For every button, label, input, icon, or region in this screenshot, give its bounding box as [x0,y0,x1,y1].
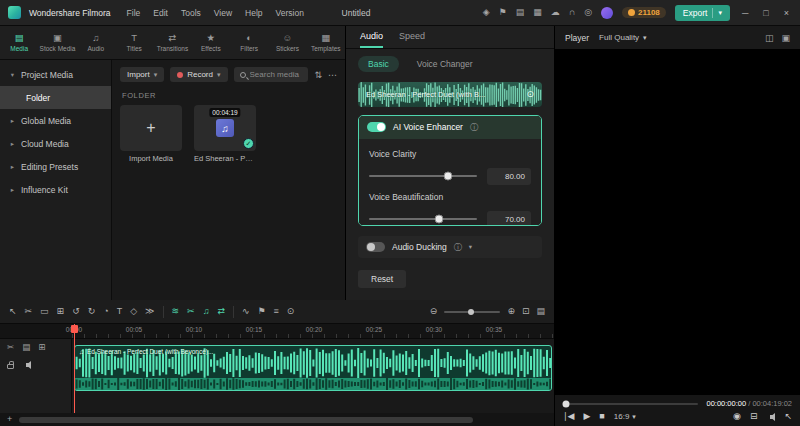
tab-filters[interactable]: ◐ Filters [230,26,268,59]
expand-caret-icon[interactable]: ▸ [9,186,16,194]
voice-clarity-value[interactable]: 80.00 [487,168,531,185]
keyframe-icon[interactable]: ◇ [130,307,137,316]
volume-icon[interactable] [766,413,775,421]
audio-ducking-toggle[interactable] [366,242,385,252]
add-track-icon[interactable]: ⊞ [38,343,45,352]
voice-beautification-value[interactable]: 70.00 [487,211,531,226]
audio-track-lane[interactable]: ♫ Ed Sheeran - Perfect Duet (with Beyonc… [72,339,554,413]
scrollbar-thumb[interactable] [19,417,473,423]
tab-speed-settings[interactable]: Speed [399,26,425,48]
voice-beautification-slider[interactable] [369,218,477,220]
lock-track-icon[interactable] [7,364,14,369]
search-box[interactable] [234,67,309,82]
redo-icon[interactable]: ↻ [88,307,96,316]
info-icon[interactable]: ⓘ [454,242,462,253]
tab-titles[interactable]: T Titles [115,26,153,59]
zoom-in-icon[interactable]: ⊕ [507,307,515,316]
expand-caret-icon[interactable]: ▸ [9,163,16,171]
speed-icon[interactable]: ◔ [103,307,108,316]
menu-tools[interactable]: Tools [181,8,201,18]
import-button[interactable]: Import ▾ [120,67,164,82]
marker-icon[interactable]: ⚑ [257,307,265,316]
tab-effects[interactable]: ★ Effects [192,26,230,59]
reset-button[interactable]: Reset [358,270,406,288]
tab-media[interactable]: ▤ Media [0,26,38,59]
fit-timeline-icon[interactable]: ⊡ [522,307,530,316]
tab-stock-media[interactable]: ▣ Stock Media [38,26,76,59]
ai-beat-detect-icon[interactable]: ♫ [203,307,210,316]
dual-view-icon[interactable]: ◫ [765,33,774,43]
ai-smart-cut-icon[interactable]: ✂ [187,307,195,316]
subtab-voice-changer[interactable]: Voice Changer [407,56,483,72]
adjust-icon[interactable]: ⊙ [526,89,534,99]
ai-audio-stretch-icon[interactable]: ⇄ [217,307,225,316]
play-button[interactable]: ▶ [583,412,590,421]
sidebar-item-project-media[interactable]: ▾ Project Media [0,63,111,86]
gift-icon[interactable]: ◈ [483,8,490,17]
selected-clip-bar[interactable]: Ed Sheeran - Perfect Duet (with B... ⊙ [358,82,542,107]
tab-audio[interactable]: ♫ Audio [77,26,115,59]
quality-select[interactable]: Full Quality ▾ [599,33,647,42]
sidebar-item-influence-kit[interactable]: ▸ Influence Kit [0,178,111,201]
playhead[interactable] [74,324,75,413]
info-icon[interactable]: ⓘ [470,122,478,133]
menu-help[interactable]: Help [245,8,262,18]
mute-track-icon[interactable] [22,361,31,369]
record-button[interactable]: Record ▾ [170,67,227,82]
manage-tracks-icon[interactable]: ▤ [536,307,545,316]
sidebar-item-cloud-media[interactable]: ▸ Cloud Media [0,132,111,155]
razor-tool-icon[interactable]: ✂ [25,307,33,316]
close-button[interactable]: × [781,8,792,18]
snapshot-icon[interactable]: ◉ [733,412,741,421]
menu-version[interactable]: Version [276,8,304,18]
more-options-icon[interactable]: ⋯ [328,70,337,80]
audio-mixer-icon[interactable]: ≡ [274,307,279,316]
tab-audio-settings[interactable]: Audio [360,26,383,48]
add-button[interactable]: + [7,415,12,424]
select-tool-icon[interactable]: ↖ [9,307,17,316]
chevron-down-icon[interactable]: ▾ [469,243,472,251]
expand-caret-icon[interactable]: ▸ [9,140,16,148]
import-media-card[interactable]: + Import Media [120,105,182,163]
stop-button[interactable]: ■ [599,412,604,421]
export-caret-icon[interactable]: ▾ [718,9,722,16]
import-caret-icon[interactable]: ▾ [154,71,158,78]
record-caret-icon[interactable]: ▾ [217,71,221,78]
text-tool-icon[interactable]: T [117,307,123,316]
audio-clip-thumb[interactable]: ♫ 00:04:19 ✓ [194,105,256,151]
zoom-out-icon[interactable]: ⊖ [430,307,438,316]
sidebar-item-global-media[interactable]: ▸ Global Media [0,109,111,132]
razor-all-icon[interactable]: ✂ [7,343,14,352]
cloud-icon[interactable]: ☁ [551,8,560,17]
voice-clarity-slider[interactable] [369,175,477,177]
pointer-icon[interactable]: ↖ [784,412,792,421]
tab-templates[interactable]: ▦ Templates [307,26,345,59]
menu-edit[interactable]: Edit [153,8,168,18]
tab-stickers[interactable]: ☺ Stickers [268,26,306,59]
track-layout-icon[interactable]: ▤ [22,343,30,352]
seek-bar[interactable] [563,403,698,405]
shortcut-icon[interactable]: ▦ [533,8,542,17]
ai-audio-denoise-icon[interactable]: ≋ [172,307,180,316]
sort-filter-icon[interactable]: ⇅ [314,70,322,80]
video-preview[interactable] [555,50,800,395]
display-icon[interactable]: ▤ [516,8,525,17]
audio-clip-card[interactable]: ♫ 00:04:19 ✓ Ed Sheeran - Per... [194,105,256,163]
promo-icon[interactable]: ⚑ [499,8,507,17]
audio-clip[interactable]: ♫ Ed Sheeran - Perfect Duet (with Beyonc… [74,345,552,391]
undo-icon[interactable]: ↺ [72,307,80,316]
horizontal-scrollbar[interactable] [19,417,547,423]
avatar[interactable] [601,7,613,19]
aspect-ratio-select[interactable]: 16:9 ▾ [614,412,636,421]
crop-icon[interactable]: ⊞ [57,307,65,316]
minimize-button[interactable]: ─ [739,8,751,18]
expand-caret-icon[interactable]: ▸ [9,117,16,125]
slider-handle[interactable] [443,172,452,181]
sidebar-item-folder[interactable]: Folder [0,86,111,109]
sidebar-item-editing-presets[interactable]: ▸ Editing Presets [0,155,111,178]
search-input[interactable] [250,70,303,79]
more-tools-icon[interactable]: ≫ [145,307,154,316]
chevron-down-icon[interactable]: ▾ [632,413,636,420]
compact-view-icon[interactable]: ▣ [781,33,790,43]
coins-badge[interactable]: 21108 [622,7,666,18]
